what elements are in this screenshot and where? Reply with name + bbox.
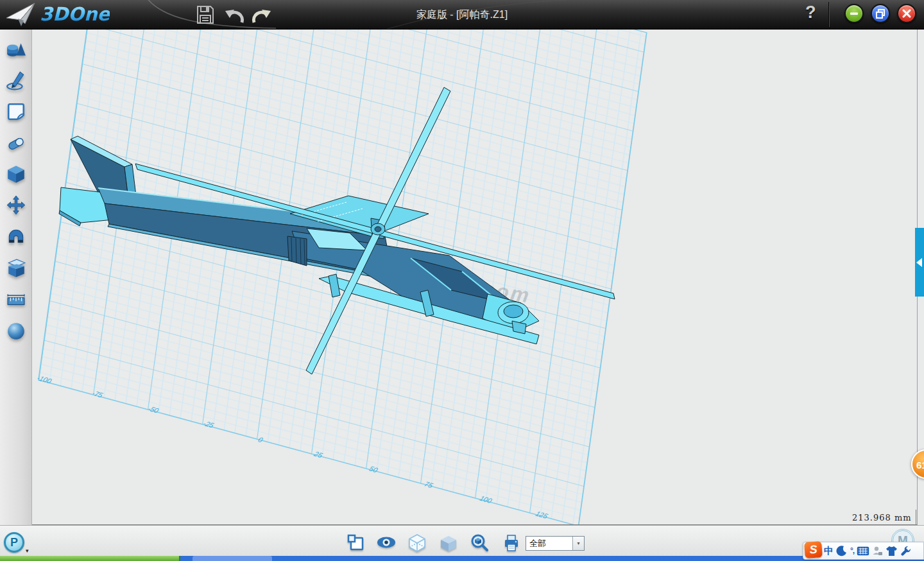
chevron-left-icon [916, 258, 922, 267]
scene-svg: i3DOne.com [32, 29, 918, 525]
scale-tick [916, 510, 916, 524]
move-arrows-icon[interactable] [6, 195, 26, 216]
grid-plane [38, 29, 647, 525]
panel-collapse-tab[interactable] [915, 228, 924, 297]
eye-icon[interactable] [376, 536, 395, 555]
sketch-draw-icon[interactable] [6, 71, 26, 91]
keyboard-icon[interactable] [856, 543, 870, 558]
chevron-down-icon: ▾ [572, 537, 584, 550]
printer-icon[interactable] [502, 533, 521, 553]
measure-ruler-icon[interactable] [6, 289, 26, 309]
sketch-plane-icon[interactable] [6, 101, 26, 122]
close-icon[interactable] [897, 4, 916, 23]
wrench-icon[interactable] [900, 543, 912, 558]
title-bar: 3DOne 家庭版 - [阿帕奇.Z1] ? [0, 0, 924, 30]
ime-toolbar: S 中 °, [803, 542, 924, 560]
help-icon[interactable]: ? [805, 3, 816, 22]
display-filter-value: 全部 [526, 538, 572, 549]
display-filter-dropdown[interactable]: 全部 ▾ [526, 536, 585, 551]
sogou-logo-icon[interactable]: S [804, 541, 823, 558]
p-badge-caret-icon[interactable]: ▾ [26, 548, 29, 554]
taskbar-active-segment[interactable] [193, 556, 272, 561]
punctuation-icon[interactable]: °, [850, 543, 855, 558]
scale-readout: 213.968 mm [852, 513, 912, 522]
taskbar-green-segment[interactable] [0, 556, 180, 561]
shaded-cube-icon[interactable] [439, 535, 458, 554]
view-corner-icon[interactable] [346, 533, 366, 553]
material-sphere-icon[interactable] [6, 321, 26, 341]
bottom-toolbar: P ▾ [0, 525, 924, 556]
magnet-snap-icon[interactable] [6, 227, 26, 247]
left-toolbar [0, 29, 32, 525]
minimize-icon[interactable] [844, 4, 864, 23]
document-title: 家庭版 - [阿帕奇.Z1] [0, 8, 924, 22]
feature-cube-icon[interactable] [6, 164, 26, 184]
open-box-icon[interactable] [6, 258, 26, 279]
profile-p-badge[interactable]: P [4, 532, 24, 553]
basic-solids-icon[interactable] [6, 39, 26, 60]
restore-icon[interactable] [871, 4, 890, 23]
skin-tshirt-icon[interactable] [885, 543, 898, 558]
wireframe-cube-icon[interactable] [407, 533, 427, 553]
titlebar-separator [828, 2, 830, 27]
user-dict-icon[interactable] [871, 543, 884, 558]
sweep-shape-icon[interactable] [6, 133, 26, 153]
taskbar-sliver [0, 556, 924, 561]
viewport-3d[interactable]: i3DOne.com [32, 29, 918, 525]
chinese-mode-icon[interactable]: 中 [823, 543, 834, 558]
moon-icon[interactable] [835, 543, 848, 558]
zoom-lens-icon[interactable] [470, 533, 489, 553]
